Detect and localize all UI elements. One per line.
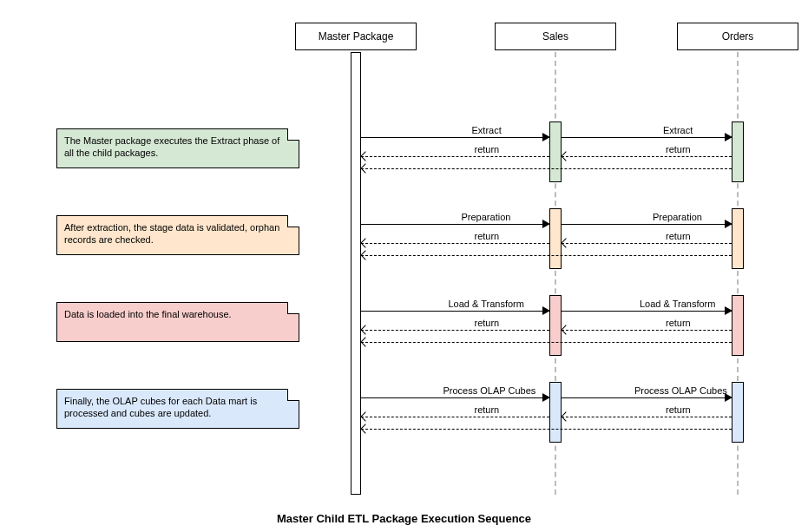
ret-sales-master-load-arrow [360, 325, 370, 334]
ret-orders-master-prepare-arrow [360, 250, 370, 259]
activation-orders-prepare [732, 208, 744, 269]
label-ret-sales-master-extract: return [475, 144, 500, 154]
label-ret-orders-sales-prepare: return [666, 231, 691, 241]
ret-orders-master-extract [361, 168, 732, 169]
ret-orders-sales-extract-arrow [561, 151, 570, 161]
label-sales-orders-prepare: Preparation [653, 212, 702, 222]
label-master-sales-olap: Process OLAP Cubes [443, 385, 536, 396]
ret-orders-master-load-arrow [360, 337, 370, 346]
note-extract: The Master package executes the Extract … [56, 128, 299, 168]
msg-master-sales-load [361, 311, 549, 312]
ret-orders-master-load [361, 342, 732, 343]
activation-orders-load [732, 295, 744, 356]
label-sales-orders-extract: Extract [663, 125, 693, 135]
note-load: Data is loaded into the final warehouse. [56, 302, 299, 342]
msg-master-sales-load-arrow [542, 306, 550, 315]
ret-orders-sales-prepare [562, 243, 732, 244]
ret-orders-master-olap-arrow [360, 424, 370, 433]
label-ret-sales-master-prepare: return [475, 231, 500, 241]
ret-orders-sales-olap [562, 417, 732, 417]
msg-sales-orders-load [562, 311, 732, 312]
msg-master-sales-prepare-arrow [542, 220, 550, 228]
ret-sales-master-extract [361, 156, 549, 157]
msg-master-sales-extract [361, 137, 549, 138]
label-master-sales-load: Load & Transform [449, 299, 524, 309]
ret-sales-master-extract-arrow [360, 151, 370, 161]
activation-orders-olap [732, 382, 744, 443]
note-olap: Finally, the OLAP cubes for each Data ma… [56, 389, 299, 429]
activation-sales-olap [549, 382, 562, 443]
lifeline-master: Master Package [295, 23, 417, 50]
ret-orders-sales-load-arrow [561, 325, 570, 334]
label-ret-orders-sales-load: return [666, 318, 691, 328]
activation-sales-extract [549, 122, 562, 182]
ret-sales-master-prepare [361, 243, 549, 244]
msg-master-sales-extract-arrow [542, 133, 550, 141]
ret-orders-sales-extract [562, 156, 732, 157]
note-prepare: After extraction, the stage data is vali… [56, 215, 299, 255]
ret-orders-master-olap [361, 429, 732, 430]
ret-sales-master-olap [361, 417, 549, 417]
msg-sales-orders-load-arrow [725, 306, 732, 315]
msg-sales-orders-extract-arrow [725, 133, 732, 141]
label-sales-orders-olap: Process OLAP Cubes [634, 385, 727, 396]
msg-master-sales-prepare [361, 224, 549, 225]
ret-orders-sales-olap-arrow [561, 411, 570, 421]
ret-sales-master-prepare-arrow [360, 238, 370, 247]
msg-master-sales-olap-arrow [542, 393, 550, 402]
label-master-sales-extract: Extract [472, 125, 502, 135]
ret-orders-master-extract-arrow [360, 163, 370, 173]
msg-sales-orders-olap [562, 397, 732, 398]
label-ret-sales-master-load: return [475, 318, 500, 328]
label-sales-orders-load: Load & Transform [640, 299, 715, 309]
label-ret-orders-sales-extract: return [666, 144, 691, 154]
activation-sales-prepare [549, 208, 562, 269]
msg-sales-orders-prepare-arrow [725, 220, 732, 228]
lifeline-orders: Orders [677, 23, 798, 50]
lifeline-sales: Sales [495, 23, 616, 50]
msg-sales-orders-prepare [562, 224, 732, 225]
label-master-sales-prepare: Preparation [462, 212, 511, 222]
msg-sales-orders-extract [562, 137, 732, 138]
activation-orders-extract [732, 122, 744, 182]
label-ret-sales-master-olap: return [475, 404, 500, 415]
msg-master-sales-olap [361, 397, 549, 398]
activation-sales-load [549, 295, 562, 356]
diagram-caption: Master Child ETL Package Execution Seque… [0, 512, 808, 525]
ret-orders-master-prepare [361, 255, 732, 256]
ret-sales-master-olap-arrow [360, 411, 370, 421]
ret-sales-master-load [361, 330, 549, 331]
label-ret-orders-sales-olap: return [666, 404, 691, 415]
ret-orders-sales-prepare-arrow [561, 238, 570, 247]
ret-orders-sales-load [562, 330, 732, 331]
